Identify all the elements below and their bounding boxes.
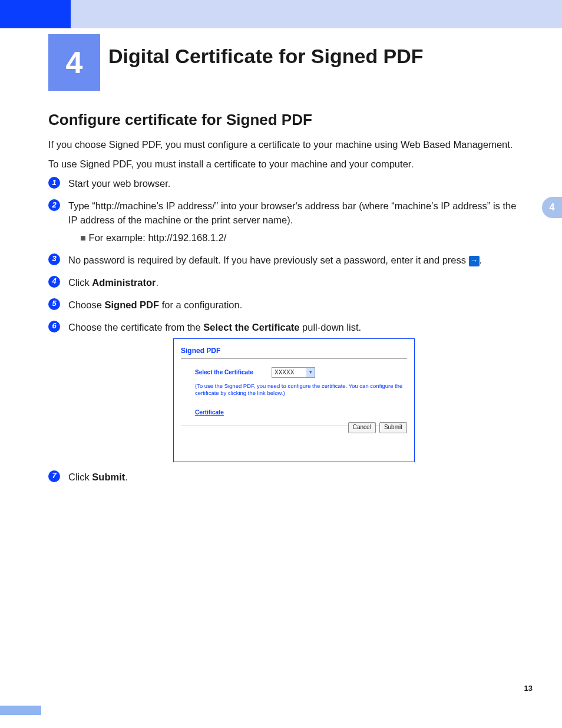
step-4-prefix: Click (68, 277, 92, 288)
step-5: 5 Choose Signed PDF for a configuration. (48, 298, 520, 312)
page-number: 13 (524, 684, 533, 693)
step-6: 6 Choose the certificate from the Select… (48, 321, 520, 462)
footer-accent-bar (0, 706, 41, 715)
step-badge-2: 2 (48, 199, 60, 211)
step-6-prefix: Choose the certificate from the (68, 322, 203, 332)
step-4-bold: Administrator (92, 277, 156, 288)
step-6-bold: Select the Certificate (203, 322, 299, 332)
chapter-title: Digital Certificate for Signed PDF (108, 45, 424, 68)
header-accent-block (0, 0, 71, 28)
step-5-prefix: Choose (68, 299, 104, 310)
select-certificate-value: XXXXX (275, 368, 294, 377)
step-3-text: No password is required by default. If y… (68, 255, 469, 265)
step-badge-6: 6 (48, 321, 60, 332)
chapter-number: 4 (66, 45, 83, 80)
signed-pdf-panel: Signed PDF Select the Certificate XXXXX … (173, 338, 415, 462)
step-badge-4: 4 (48, 276, 60, 288)
select-certificate-label: Select the Certificate (195, 368, 272, 377)
arrow-icon: → (469, 256, 480, 266)
step-6-suffix: pull-down list. (300, 322, 362, 332)
body-content: If you choose Signed PDF, you must confi… (48, 138, 520, 492)
step-7: 7 Click Submit. (48, 470, 520, 485)
step-list: 1 Start your web browser. 2 Type “http:/… (48, 177, 520, 484)
section-title: Configure certificate for Signed PDF (48, 111, 312, 129)
side-chapter-tab: 4 (542, 197, 562, 218)
certificate-link[interactable]: Certificate (195, 409, 224, 416)
step-7-prefix: Click (68, 472, 92, 482)
select-certificate-dropdown[interactable]: XXXXX ▾ (272, 367, 315, 378)
step-5-bold: Signed PDF (104, 299, 159, 310)
submit-button[interactable]: Submit (379, 422, 407, 433)
step-badge-5: 5 (48, 298, 60, 310)
step-badge-7: 7 (48, 470, 60, 482)
step-5-suffix: for a configuration. (159, 299, 242, 310)
intro-paragraph-1: If you choose Signed PDF, you must confi… (48, 138, 520, 151)
step-2-text: Type “http://machine’s IP address/” into… (68, 200, 516, 225)
step-1: 1 Start your web browser. (48, 177, 520, 191)
chapter-number-block: 4 (48, 34, 100, 91)
step-badge-1: 1 (48, 177, 60, 189)
step-7-bold: Submit (92, 472, 125, 482)
step-2-example: For example: http://192.168.1.2/ (68, 231, 520, 245)
chevron-down-icon: ▾ (306, 368, 315, 377)
cancel-button[interactable]: Cancel (348, 422, 376, 433)
step-badge-3: 3 (48, 253, 60, 265)
panel-title: Signed PDF (181, 346, 407, 359)
header-light-bar (71, 0, 562, 28)
step-2: 2 Type “http://machine’s IP address/” in… (48, 199, 520, 245)
panel-note: (To use the Signed PDF, you need to conf… (195, 383, 407, 397)
step-1-text: Start your web browser. (68, 178, 170, 189)
intro-paragraph-2: To use Signed PDF, you must install a ce… (48, 157, 520, 171)
step-4: 4 Click Administrator. (48, 276, 520, 290)
side-tab-number: 4 (550, 202, 555, 213)
step-3: 3 No password is required by default. If… (48, 253, 520, 268)
